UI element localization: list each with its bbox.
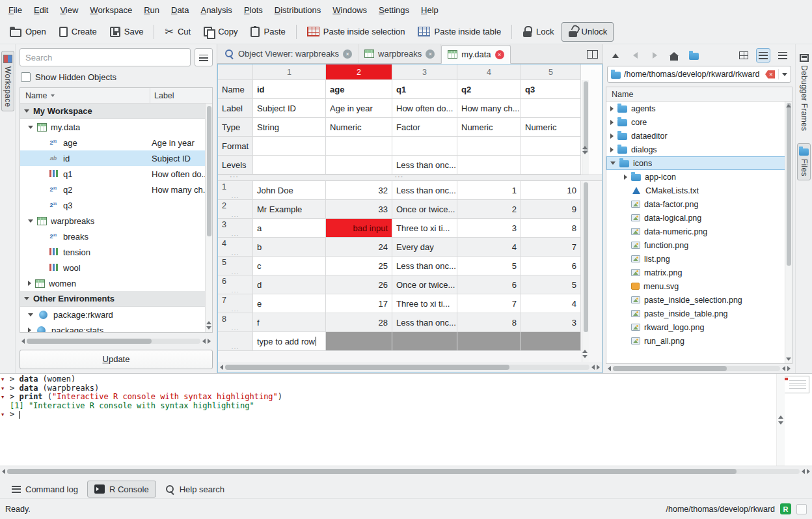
row-number[interactable]: 1 <box>222 182 226 191</box>
data-cell[interactable]: Less than onc... <box>392 313 457 332</box>
data-cell[interactable]: 24 <box>326 238 392 257</box>
meta-cell[interactable] <box>326 137 392 156</box>
meta-cell[interactable] <box>457 137 521 156</box>
data-cell[interactable]: 8 <box>521 219 581 238</box>
meta-cell[interactable]: q1 <box>392 80 457 99</box>
meta-cell[interactable] <box>253 137 326 156</box>
menu-distributions[interactable]: Distributions <box>269 2 327 18</box>
file-item-paste-inside-table[interactable]: paste_inside_table.png <box>606 307 792 320</box>
close-tab-icon[interactable] <box>343 49 352 59</box>
file-item-agents[interactable]: agents <box>606 102 792 115</box>
meta-cell[interactable] <box>253 156 326 175</box>
r-console-tab[interactable]: R Console <box>87 481 156 498</box>
tree-item-clipped[interactable]: package:stats <box>20 322 212 332</box>
tree-vertical-scrollbar[interactable] <box>205 104 212 332</box>
data-cell[interactable]: 7 <box>521 238 581 257</box>
menu-file[interactable]: File <box>3 2 28 18</box>
file-item-run-all[interactable]: run_all.png <box>606 334 792 348</box>
console-vertical-scrollbar[interactable] <box>776 374 785 466</box>
editor-horizontal-scrollbar[interactable] <box>218 362 602 372</box>
data-scroll-arrows[interactable] <box>582 350 588 358</box>
file-item-data-logical[interactable]: data-logical.png <box>606 211 792 225</box>
r-engine-status-icon[interactable]: R <box>780 503 791 514</box>
data-cell[interactable]: 17 <box>326 294 392 313</box>
file-item-dataeditor[interactable]: dataeditor <box>606 129 792 143</box>
tree-item-wool[interactable]: wool <box>20 260 212 275</box>
data-cell[interactable]: Every day <box>392 238 457 257</box>
menu-help[interactable]: Help <box>415 2 444 18</box>
file-horizontal-scrollbar[interactable] <box>606 364 792 373</box>
file-item-menu-svg[interactable]: menu.svg <box>606 279 792 293</box>
home-button[interactable] <box>667 48 681 63</box>
menu-settings[interactable]: Settings <box>373 2 415 18</box>
places-button[interactable] <box>686 48 701 63</box>
data-cell[interactable]: 6 <box>457 275 521 294</box>
meta-cell[interactable]: Less than onc... <box>392 156 457 175</box>
data-cell[interactable]: e <box>253 294 326 313</box>
name-column-header[interactable]: Name <box>20 88 150 103</box>
data-cell[interactable]: Three to xi ti... <box>392 219 457 238</box>
file-vertical-scrollbar[interactable] <box>785 102 792 363</box>
go-up-button[interactable] <box>608 48 623 63</box>
expand-icon[interactable] <box>610 133 614 139</box>
combobox-dropdown[interactable] <box>778 69 787 79</box>
meta-cell[interactable] <box>392 137 457 156</box>
forward-button[interactable] <box>647 48 662 63</box>
workspace-dock-tab[interactable]: Workspace <box>1 51 14 111</box>
help-search-tab[interactable]: Help search <box>159 481 231 498</box>
data-cell[interactable]: 1 <box>457 181 521 200</box>
close-modified-tab-icon[interactable] <box>495 50 504 59</box>
data-vertical-scrollbar[interactable] <box>582 181 589 362</box>
meta-scroll-arrows[interactable] <box>582 146 588 154</box>
column-header[interactable]: 3 <box>392 64 457 80</box>
tree-item-age[interactable]: ageAge in year <box>20 135 212 150</box>
add-row[interactable]: type to add row <box>218 332 602 351</box>
data-cell[interactable]: 33 <box>326 200 392 219</box>
menu-plots[interactable]: Plots <box>238 2 269 18</box>
row-number[interactable]: 3 <box>222 220 226 229</box>
data-cell[interactable]: Less than onc... <box>392 181 457 200</box>
command-log-tab[interactable]: Command log <box>5 481 85 498</box>
collapse-icon[interactable] <box>610 161 616 165</box>
tab-my-data[interactable]: my.data <box>441 45 510 64</box>
data-cell[interactable]: 10 <box>521 181 581 200</box>
back-button[interactable] <box>628 48 642 63</box>
file-item-matrix[interactable]: matrix.png <box>606 266 792 279</box>
tab-object-viewer-warpbreaks[interactable]: Object Viewer: warpbreaks <box>219 44 359 63</box>
meta-cell[interactable]: Subject ID <box>253 99 326 118</box>
minimap[interactable] <box>782 376 809 393</box>
collapse-icon[interactable] <box>24 109 29 113</box>
data-cell[interactable]: f <box>253 313 326 332</box>
console-horizontal-scrollbar[interactable] <box>0 466 812 476</box>
file-scroll-down-arrow[interactable] <box>786 358 791 361</box>
row-number[interactable]: 2 <box>222 201 226 210</box>
tree-item-q2[interactable]: q2How many ch... <box>20 182 212 197</box>
row-number[interactable]: 4 <box>222 239 226 248</box>
r-console[interactable]: > data (women) > data (warpbreaks) > pri… <box>0 374 812 466</box>
data-cell[interactable]: 5 <box>457 257 521 275</box>
data-cell[interactable]: 25 <box>326 257 392 275</box>
meta-vertical-scrollbar[interactable] <box>582 80 589 175</box>
data-cell[interactable]: a <box>253 219 326 238</box>
location-combobox[interactable]: home/thomas/develop/rkward/rkward/ <box>607 66 791 83</box>
data-cell[interactable]: 7 <box>457 294 521 313</box>
meta-cell[interactable]: How many ch... <box>457 99 521 118</box>
file-item-rkward-logo[interactable]: rkward_logo.png <box>606 320 792 334</box>
configure-columns-button[interactable] <box>195 48 213 66</box>
column-header[interactable]: 1 <box>253 64 326 80</box>
data-cell[interactable]: 3 <box>521 313 581 332</box>
file-item-app-icon[interactable]: app-icon <box>606 170 792 184</box>
data-cell[interactable]: 32 <box>326 181 392 200</box>
tree-item-breaks[interactable]: breaks <box>20 229 212 244</box>
file-item-paste-inside-selection[interactable]: paste_inside_selection.png <box>606 293 792 307</box>
tree-item-my-data[interactable]: my.data <box>20 119 212 135</box>
meta-cell[interactable] <box>457 156 521 175</box>
tree-item-package-rkward[interactable]: package:rkward <box>20 307 212 322</box>
meta-cell[interactable]: age <box>326 80 392 99</box>
expand-icon[interactable] <box>28 328 31 332</box>
data-cell[interactable]: c <box>253 257 326 275</box>
meta-cell[interactable]: q2 <box>457 80 521 99</box>
meta-cell[interactable]: id <box>253 80 326 99</box>
tree-item-tension[interactable]: tension <box>20 244 212 260</box>
meta-cell[interactable]: Factor <box>392 118 457 137</box>
